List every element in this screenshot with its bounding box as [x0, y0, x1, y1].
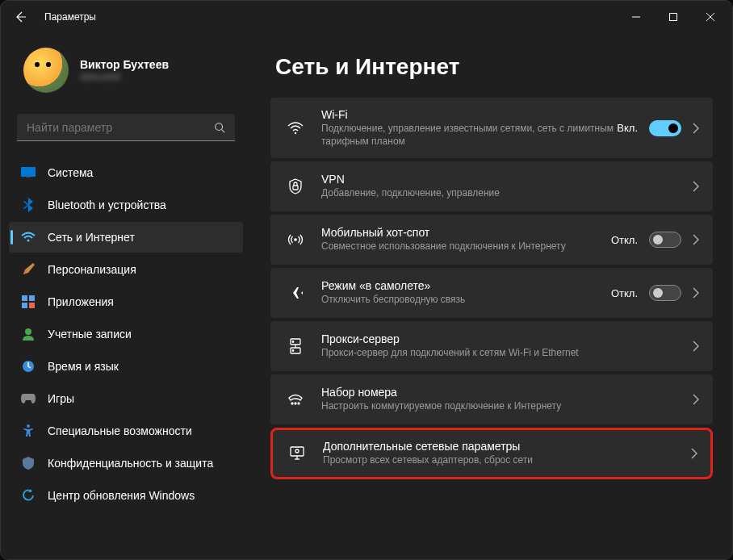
sidebar-item-gaming[interactable]: Игры [9, 383, 243, 414]
wifi-toggle[interactable] [649, 120, 681, 136]
maximize-button[interactable] [655, 1, 692, 33]
sidebar-item-label: Система [48, 166, 93, 179]
svg-rect-6 [21, 167, 36, 177]
card-dialup[interactable]: Набор номера Настроить коммутируемое под… [270, 374, 713, 424]
airplane-status-label: Откл. [611, 287, 638, 299]
card-title: Мобильный хот-спот [321, 226, 611, 239]
close-button[interactable] [692, 1, 729, 33]
hotspot-status-label: Откл. [611, 234, 638, 246]
sidebar-item-label: Конфиденциальность и защита [48, 457, 213, 470]
card-subtitle: Добавление, подключение, управление [321, 187, 693, 200]
sidebar-item-label: Время и язык [48, 360, 119, 373]
sidebar-item-label: Bluetooth и устройства [48, 199, 166, 211]
search-box[interactable] [17, 114, 235, 141]
profile-email: obscured [80, 71, 169, 82]
card-subtitle: Подключение, управление известными сетям… [321, 123, 617, 148]
svg-point-26 [298, 403, 299, 404]
svg-point-23 [292, 350, 294, 352]
hotspot-toggle[interactable] [649, 232, 681, 248]
card-subtitle: Прокси-сервер для подключений к сетям Wi… [321, 347, 693, 360]
chevron-right-icon [693, 341, 699, 352]
sidebar-item-label: Игры [48, 392, 74, 405]
card-subtitle: Отключить беспроводную связь [321, 294, 611, 307]
card-hotspot[interactable]: Мобильный хот-спот Совместное использова… [270, 215, 713, 265]
svg-point-8 [27, 240, 30, 242]
svg-point-15 [27, 424, 30, 428]
card-proxy[interactable]: Прокси-сервер Прокси-сервер для подключе… [270, 321, 713, 371]
minimize-icon [632, 13, 640, 21]
card-wifi[interactable]: Wi-Fi Подключение, управление известными… [270, 98, 713, 158]
svg-rect-17 [293, 186, 298, 190]
sidebar-item-update[interactable]: Центр обновления Windows [9, 480, 243, 511]
card-airplane[interactable]: Режим «в самолете» Отключить беспроводну… [270, 268, 713, 318]
card-title: Прокси-сервер [321, 332, 693, 345]
phone-icon [284, 393, 307, 406]
airplane-toggle[interactable] [649, 285, 681, 301]
sidebar-item-network[interactable]: Сеть и Интернет [9, 222, 243, 253]
sidebar-item-label: Специальные возможности [48, 424, 192, 437]
svg-rect-7 [26, 177, 31, 178]
svg-rect-27 [291, 447, 304, 456]
sidebar-item-label: Сеть и Интернет [48, 231, 135, 244]
svg-point-22 [292, 341, 294, 343]
wifi-icon [284, 122, 307, 135]
sidebar-item-system[interactable]: Система [9, 157, 243, 188]
chevron-right-icon [693, 234, 699, 245]
chevron-right-icon [691, 448, 697, 459]
svg-rect-10 [29, 295, 35, 301]
nav-list: Система Bluetooth и устройства Сеть и Ин… [9, 157, 243, 511]
system-icon [20, 165, 36, 181]
svg-rect-1 [670, 14, 677, 21]
svg-line-5 [222, 129, 225, 132]
settings-list: Wi-Fi Подключение, управление известными… [270, 98, 713, 479]
minimize-button[interactable] [618, 1, 655, 33]
search-icon [214, 122, 225, 133]
card-subtitle: Совместное использование подключения к И… [321, 240, 611, 253]
chevron-right-icon [693, 287, 699, 299]
sidebar-item-privacy[interactable]: Конфиденциальность и защита [9, 448, 243, 479]
accessibility-icon [20, 423, 36, 439]
profile-name: Виктор Бухтеев [80, 58, 169, 71]
globe-clock-icon [20, 358, 36, 374]
sidebar-item-accessibility[interactable]: Специальные возможности [9, 416, 243, 446]
close-icon [706, 13, 714, 21]
update-icon [20, 487, 36, 504]
sidebar-item-label: Центр обновления Windows [48, 489, 195, 502]
bluetooth-icon [20, 197, 36, 213]
card-vpn[interactable]: VPN Добавление, подключение, управление [270, 161, 713, 211]
card-title: Режим «в самолете» [321, 279, 611, 292]
window-title: Параметры [44, 11, 96, 23]
avatar [23, 48, 69, 93]
sidebar-item-bluetooth[interactable]: Bluetooth и устройства [9, 190, 243, 220]
svg-rect-9 [22, 295, 27, 301]
sidebar-item-label: Приложения [48, 295, 114, 308]
search-input[interactable] [27, 121, 214, 134]
svg-point-18 [294, 238, 297, 241]
profile-block[interactable]: Виктор Бухтеев obscured [9, 33, 243, 114]
chevron-right-icon [693, 394, 699, 405]
card-title: VPN [321, 173, 693, 186]
airplane-icon [284, 286, 307, 300]
sidebar-item-time[interactable]: Время и язык [9, 351, 243, 382]
chevron-right-icon [693, 181, 699, 192]
page-title: Сеть и Интернет [275, 54, 713, 80]
sidebar-item-accounts[interactable]: Учетные записи [9, 319, 243, 349]
proxy-icon [284, 338, 307, 354]
shield-icon [20, 455, 36, 471]
back-button[interactable] [4, 1, 36, 33]
card-title: Дополнительные сетевые параметры [323, 440, 691, 453]
chevron-right-icon [693, 123, 699, 134]
hotspot-icon [284, 232, 307, 247]
wifi-icon [20, 229, 36, 245]
monitor-network-icon [286, 446, 308, 461]
sidebar-item-personalization[interactable]: Персонализация [9, 254, 243, 285]
svg-point-30 [295, 449, 299, 453]
settings-window: Параметры Виктор Бухтеев obscured [0, 0, 733, 560]
shield-lock-icon [284, 178, 307, 194]
svg-point-25 [295, 403, 296, 404]
brush-icon [20, 261, 36, 278]
sidebar-item-apps[interactable]: Приложения [9, 286, 243, 317]
svg-point-13 [25, 328, 31, 335]
card-advanced-network[interactable]: Дополнительные сетевые параметры Просмот… [270, 428, 713, 479]
titlebar: Параметры [1, 1, 732, 33]
